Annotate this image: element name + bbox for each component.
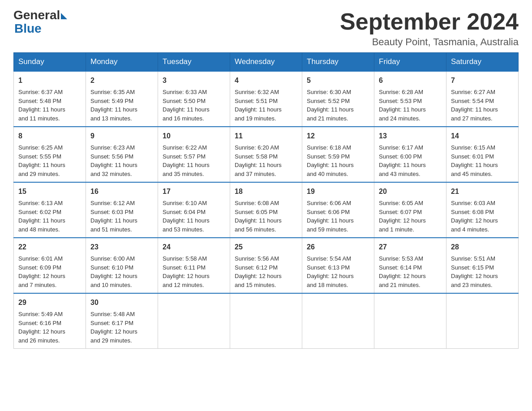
day-info: Sunrise: 6:30 AMSunset: 5:52 PMDaylight:… (307, 88, 369, 123)
day-number: 7 (451, 75, 514, 86)
day-info: Sunrise: 6:25 AMSunset: 5:55 PMDaylight:… (18, 143, 81, 178)
table-row (158, 293, 230, 349)
day-number: 24 (163, 242, 225, 253)
table-row: 24Sunrise: 5:58 AMSunset: 6:11 PMDayligh… (158, 238, 230, 293)
day-info: Sunrise: 6:27 AMSunset: 5:54 PMDaylight:… (451, 88, 514, 123)
table-row: 13Sunrise: 6:17 AMSunset: 6:00 PMDayligh… (374, 127, 446, 182)
col-thursday: Thursday (302, 53, 374, 72)
day-number: 23 (90, 242, 153, 253)
table-row: 11Sunrise: 6:20 AMSunset: 5:58 PMDayligh… (230, 127, 302, 182)
table-row: 21Sunrise: 6:03 AMSunset: 6:08 PMDayligh… (446, 182, 519, 238)
table-row: 22Sunrise: 6:01 AMSunset: 6:09 PMDayligh… (14, 238, 86, 293)
day-number: 12 (307, 131, 369, 141)
day-info: Sunrise: 6:05 AMSunset: 6:07 PMDaylight:… (379, 199, 442, 234)
day-number: 3 (163, 75, 225, 86)
col-friday: Friday (374, 53, 446, 72)
day-info: Sunrise: 5:48 AMSunset: 6:17 PMDaylight:… (90, 310, 153, 345)
table-row: 16Sunrise: 6:12 AMSunset: 6:03 PMDayligh… (86, 182, 158, 238)
day-number: 21 (451, 186, 514, 197)
table-row: 15Sunrise: 6:13 AMSunset: 6:02 PMDayligh… (14, 182, 86, 238)
table-row: 17Sunrise: 6:10 AMSunset: 6:04 PMDayligh… (158, 182, 230, 238)
table-row: 19Sunrise: 6:06 AMSunset: 6:06 PMDayligh… (302, 182, 374, 238)
day-info: Sunrise: 6:33 AMSunset: 5:50 PMDaylight:… (163, 88, 225, 123)
col-sunday: Sunday (14, 53, 86, 72)
logo: General Blue (13, 9, 67, 36)
day-info: Sunrise: 5:58 AMSunset: 6:11 PMDaylight:… (163, 254, 225, 289)
day-info: Sunrise: 6:28 AMSunset: 5:53 PMDaylight:… (379, 88, 442, 123)
day-info: Sunrise: 6:35 AMSunset: 5:49 PMDaylight:… (90, 88, 153, 123)
day-info: Sunrise: 6:20 AMSunset: 5:58 PMDaylight:… (235, 143, 297, 178)
day-info: Sunrise: 6:15 AMSunset: 6:01 PMDaylight:… (451, 143, 514, 178)
logo-blue-text: Blue (14, 21, 42, 36)
table-row: 29Sunrise: 5:49 AMSunset: 6:16 PMDayligh… (14, 293, 86, 349)
table-row: 12Sunrise: 6:18 AMSunset: 5:59 PMDayligh… (302, 127, 374, 182)
day-info: Sunrise: 6:37 AMSunset: 5:48 PMDaylight:… (18, 88, 81, 123)
day-number: 6 (379, 75, 442, 86)
day-number: 11 (235, 131, 297, 141)
table-row: 5Sunrise: 6:30 AMSunset: 5:52 PMDaylight… (302, 71, 374, 127)
day-number: 4 (235, 75, 297, 86)
table-row: 20Sunrise: 6:05 AMSunset: 6:07 PMDayligh… (374, 182, 446, 238)
table-row: 6Sunrise: 6:28 AMSunset: 5:53 PMDaylight… (374, 71, 446, 127)
table-row: 14Sunrise: 6:15 AMSunset: 6:01 PMDayligh… (446, 127, 519, 182)
table-row (302, 293, 374, 349)
day-number: 25 (235, 242, 297, 253)
day-info: Sunrise: 6:23 AMSunset: 5:56 PMDaylight:… (90, 143, 153, 178)
day-number: 22 (18, 242, 81, 253)
day-info: Sunrise: 6:13 AMSunset: 6:02 PMDaylight:… (18, 199, 81, 234)
page-header: General Blue September 2024 Beauty Point… (13, 9, 519, 48)
day-info: Sunrise: 6:12 AMSunset: 6:03 PMDaylight:… (90, 199, 153, 234)
table-row: 9Sunrise: 6:23 AMSunset: 5:56 PMDaylight… (86, 127, 158, 182)
day-info: Sunrise: 6:10 AMSunset: 6:04 PMDaylight:… (163, 199, 225, 234)
day-info: Sunrise: 5:49 AMSunset: 6:16 PMDaylight:… (18, 310, 81, 345)
location-title: Beauty Point, Tasmania, Australia (340, 36, 519, 48)
day-info: Sunrise: 6:18 AMSunset: 5:59 PMDaylight:… (307, 143, 369, 178)
day-number: 20 (379, 186, 442, 197)
day-info: Sunrise: 5:53 AMSunset: 6:14 PMDaylight:… (379, 254, 442, 289)
day-info: Sunrise: 6:32 AMSunset: 5:51 PMDaylight:… (235, 88, 297, 123)
day-info: Sunrise: 6:22 AMSunset: 5:57 PMDaylight:… (163, 143, 225, 178)
day-info: Sunrise: 5:56 AMSunset: 6:12 PMDaylight:… (235, 254, 297, 289)
month-title: September 2024 (340, 9, 519, 34)
calendar-week-row: 15Sunrise: 6:13 AMSunset: 6:02 PMDayligh… (14, 182, 519, 238)
day-number: 29 (18, 297, 81, 308)
table-row: 23Sunrise: 6:00 AMSunset: 6:10 PMDayligh… (86, 238, 158, 293)
day-info: Sunrise: 5:51 AMSunset: 6:15 PMDaylight:… (451, 254, 514, 289)
table-row: 8Sunrise: 6:25 AMSunset: 5:55 PMDaylight… (14, 127, 86, 182)
day-number: 19 (307, 186, 369, 197)
table-row: 2Sunrise: 6:35 AMSunset: 5:49 PMDaylight… (86, 71, 158, 127)
table-row: 18Sunrise: 6:08 AMSunset: 6:05 PMDayligh… (230, 182, 302, 238)
table-row: 4Sunrise: 6:32 AMSunset: 5:51 PMDaylight… (230, 71, 302, 127)
logo-general-text: General (13, 9, 60, 21)
col-monday: Monday (86, 53, 158, 72)
day-number: 15 (18, 186, 81, 197)
table-row: 1Sunrise: 6:37 AMSunset: 5:48 PMDaylight… (14, 71, 86, 127)
calendar-week-row: 29Sunrise: 5:49 AMSunset: 6:16 PMDayligh… (14, 293, 519, 349)
logo-arrow-icon (61, 13, 67, 19)
title-block: September 2024 Beauty Point, Tasmania, A… (340, 9, 519, 48)
day-number: 28 (451, 242, 514, 253)
table-row: 27Sunrise: 5:53 AMSunset: 6:14 PMDayligh… (374, 238, 446, 293)
day-number: 18 (235, 186, 297, 197)
day-number: 13 (379, 131, 442, 141)
day-number: 8 (18, 131, 81, 141)
day-number: 10 (163, 131, 225, 141)
day-info: Sunrise: 5:54 AMSunset: 6:13 PMDaylight:… (307, 254, 369, 289)
day-number: 2 (90, 75, 153, 86)
day-info: Sunrise: 6:01 AMSunset: 6:09 PMDaylight:… (18, 254, 81, 289)
day-number: 9 (90, 131, 153, 141)
day-number: 14 (451, 131, 514, 141)
table-row (446, 293, 519, 349)
day-number: 1 (18, 75, 81, 86)
day-number: 17 (163, 186, 225, 197)
table-row: 10Sunrise: 6:22 AMSunset: 5:57 PMDayligh… (158, 127, 230, 182)
table-row: 3Sunrise: 6:33 AMSunset: 5:50 PMDaylight… (158, 71, 230, 127)
table-row: 28Sunrise: 5:51 AMSunset: 6:15 PMDayligh… (446, 238, 519, 293)
table-row: 25Sunrise: 5:56 AMSunset: 6:12 PMDayligh… (230, 238, 302, 293)
day-info: Sunrise: 6:17 AMSunset: 6:00 PMDaylight:… (379, 143, 442, 178)
table-row (374, 293, 446, 349)
day-number: 26 (307, 242, 369, 253)
table-row (230, 293, 302, 349)
day-info: Sunrise: 6:08 AMSunset: 6:05 PMDaylight:… (235, 199, 297, 234)
day-number: 27 (379, 242, 442, 253)
